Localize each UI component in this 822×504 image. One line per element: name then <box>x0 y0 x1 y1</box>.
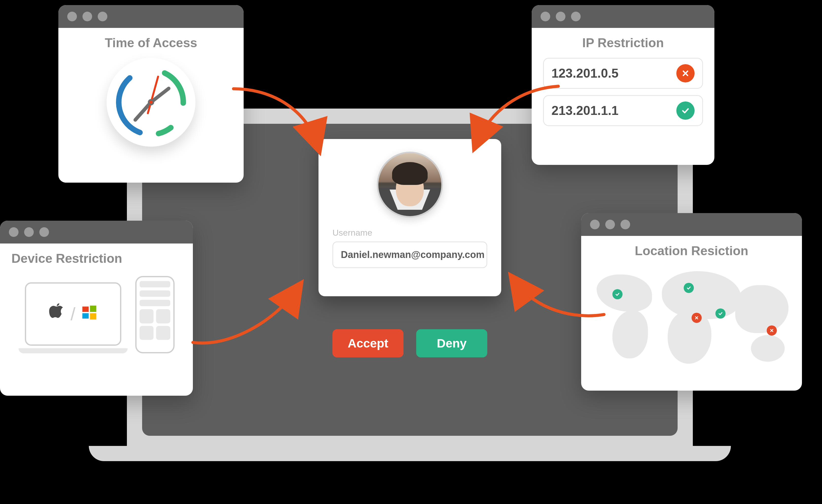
login-card: Username Daniel.newman@company.com <box>319 139 501 296</box>
svg-rect-10 <box>90 306 96 312</box>
world-map <box>592 266 791 372</box>
deny-icon[interactable] <box>676 64 695 82</box>
traffic-light-dot <box>82 12 92 21</box>
traffic-light-dot <box>605 220 615 229</box>
svg-point-8 <box>149 101 152 104</box>
traffic-light-dot <box>67 12 77 21</box>
traffic-light-dot <box>621 220 630 229</box>
ip-row[interactable]: 213.201.1.1 <box>543 95 703 126</box>
decision-buttons: Accept Deny <box>333 329 487 357</box>
ip-row[interactable]: 123.201.0.5 <box>543 58 703 89</box>
avatar <box>377 152 443 218</box>
username-label: Username <box>333 228 372 238</box>
time-of-access-window: Time of Access <box>58 5 244 183</box>
time-of-access-title: Time of Access <box>70 36 232 50</box>
location-pin-deny <box>692 313 702 323</box>
window-titlebar <box>0 221 193 244</box>
clock-icon <box>107 58 195 147</box>
location-pin-allow <box>684 283 694 293</box>
ip-value: 213.201.1.1 <box>551 103 619 118</box>
traffic-light-dot <box>540 12 550 21</box>
traffic-light-dot <box>556 12 565 21</box>
traffic-light-dot <box>9 227 19 237</box>
ip-restriction-window: IP Restriction 123.201.0.5 213.201.1.1 <box>532 5 714 165</box>
traffic-light-dot <box>98 12 107 21</box>
device-restriction-title: Device Restriction <box>11 251 181 266</box>
window-titlebar <box>581 213 802 236</box>
location-pin-deny <box>767 325 777 336</box>
deny-button[interactable]: Deny <box>416 329 487 357</box>
window-titlebar <box>58 5 244 28</box>
device-restriction-window: Device Restriction / <box>0 221 193 396</box>
windows-icon <box>82 305 97 323</box>
traffic-light-dot <box>39 227 49 237</box>
svg-rect-12 <box>90 313 96 320</box>
accept-button[interactable]: Accept <box>333 329 404 357</box>
traffic-light-dot <box>24 227 34 237</box>
location-restriction-window: Location Resiction <box>581 213 802 391</box>
apple-icon <box>49 303 64 325</box>
traffic-light-dot <box>571 12 581 21</box>
device-laptop-icon: / <box>19 282 128 353</box>
ip-value: 123.201.0.5 <box>551 66 619 81</box>
device-phone-icon <box>135 276 174 353</box>
ip-restriction-title: IP Restriction <box>543 36 703 50</box>
window-titlebar <box>532 5 714 28</box>
laptop-base <box>89 446 731 461</box>
username-input[interactable]: Daniel.newman@company.com <box>333 241 487 268</box>
traffic-light-dot <box>590 220 600 229</box>
allow-icon[interactable] <box>676 101 695 120</box>
svg-rect-9 <box>82 307 89 312</box>
svg-rect-11 <box>82 313 89 319</box>
location-restriction-title: Location Resiction <box>592 244 791 258</box>
location-pin-allow <box>715 308 726 319</box>
